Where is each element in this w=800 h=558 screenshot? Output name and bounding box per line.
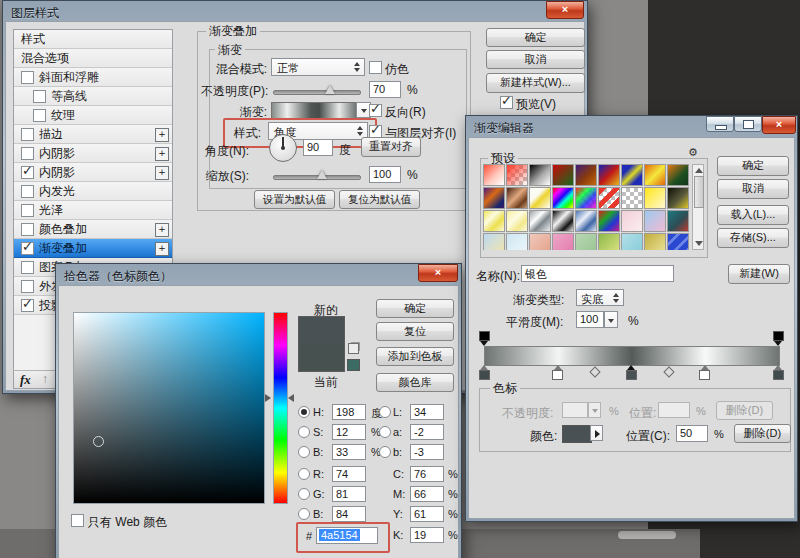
style-checkbox[interactable] <box>21 242 34 255</box>
styles-list-item[interactable]: 等高线 <box>14 87 172 106</box>
hex-input[interactable]: 4a5154 <box>316 527 378 544</box>
styles-list-item[interactable]: 光泽 <box>14 201 172 220</box>
gradient-preset-swatch[interactable] <box>506 233 528 250</box>
field-input[interactable]: -3 <box>410 444 444 460</box>
field-input[interactable]: 84 <box>332 506 366 522</box>
field-input[interactable]: 34 <box>410 404 444 420</box>
reset-align-button[interactable]: 重置对齐 <box>361 137 421 157</box>
field-input[interactable]: 61 <box>410 506 444 522</box>
gradient-type-select[interactable]: 实底 <box>576 289 624 306</box>
color-picker-titlebar[interactable] <box>56 264 461 284</box>
hue-marker-left-icon[interactable] <box>265 394 271 402</box>
color-stop[interactable] <box>626 365 637 380</box>
delete-color-stop-button[interactable]: 删除(D) <box>734 424 791 443</box>
color-field-marker[interactable] <box>93 436 104 447</box>
expand-plus-icon[interactable]: + <box>155 128 169 142</box>
smoothness-input[interactable]: 100 <box>576 311 604 328</box>
field-input[interactable]: 19 <box>410 527 444 543</box>
scrollbar-thumb[interactable] <box>694 176 704 208</box>
fx-icon[interactable]: fx <box>20 372 31 388</box>
color-stop[interactable] <box>552 365 563 380</box>
gradient-preset-swatch[interactable] <box>667 187 689 209</box>
style-checkbox[interactable] <box>21 71 34 84</box>
field-input[interactable]: 81 <box>332 486 366 502</box>
style-checkbox[interactable] <box>21 147 34 160</box>
opacity-input[interactable]: 70 <box>369 81 401 98</box>
gradient-preset-swatch[interactable] <box>575 210 597 232</box>
name-input[interactable]: 银色 <box>521 265 674 282</box>
styles-list-item[interactable]: 渐变叠加+ <box>14 239 172 258</box>
styles-list-item[interactable]: 内发光 <box>14 182 172 201</box>
gradient-preset-swatch[interactable] <box>552 187 574 209</box>
gradient-preset-swatch[interactable] <box>552 164 574 186</box>
color-stop[interactable] <box>773 365 784 380</box>
opacity-slider-thumb[interactable] <box>325 85 335 94</box>
save-button[interactable]: 存储(S)... <box>717 228 789 248</box>
style-checkbox[interactable] <box>21 280 34 293</box>
gradient-preset-swatch[interactable] <box>598 210 620 232</box>
gear-icon[interactable]: ⚙ <box>688 146 698 159</box>
expand-plus-icon[interactable]: + <box>155 147 169 161</box>
minimize-button[interactable] <box>706 116 734 132</box>
opacity-stop[interactable] <box>773 331 784 346</box>
gradient-preset-swatch[interactable] <box>529 233 551 250</box>
gradient-preset-swatch[interactable] <box>621 187 643 209</box>
scroll-up-icon[interactable] <box>695 168 703 173</box>
gradient-preset-swatch[interactable] <box>667 233 689 250</box>
field-input[interactable]: 12 <box>332 424 366 440</box>
style-checkbox[interactable] <box>21 223 34 236</box>
styles-list-item[interactable]: 纹理 <box>14 106 172 125</box>
style-checkbox[interactable] <box>21 128 34 141</box>
set-default-button[interactable]: 设置为默认值 <box>254 190 335 209</box>
angle-dial[interactable] <box>269 134 297 162</box>
stop-color-menu-button[interactable] <box>590 425 603 441</box>
color-libraries-button[interactable]: 颜色库 <box>376 373 454 392</box>
angle-input[interactable]: 90 <box>303 139 333 156</box>
web-only-checkbox[interactable] <box>71 514 84 527</box>
gradient-preset-swatch[interactable] <box>598 233 620 250</box>
scale-input[interactable]: 100 <box>369 166 401 183</box>
gradient-preset-swatch[interactable] <box>598 164 620 186</box>
gradient-preset-swatch[interactable] <box>598 187 620 209</box>
gradient-preset-swatch[interactable] <box>644 233 666 250</box>
ok-button[interactable]: 确定 <box>717 156 789 176</box>
reset-default-button[interactable]: 复位为默认值 <box>339 190 420 209</box>
layer-style-titlebar[interactable] <box>3 1 587 21</box>
style-checkbox[interactable] <box>21 166 34 179</box>
gamut-cube-icon[interactable] <box>348 343 359 354</box>
web-safe-swatch[interactable] <box>347 359 360 371</box>
styles-list-item[interactable]: 斜面和浮雕 <box>14 68 172 87</box>
blend-mode-select[interactable]: 正常 <box>271 58 365 76</box>
color-stop[interactable] <box>479 365 490 380</box>
field-input[interactable]: 76 <box>410 466 444 482</box>
gradient-preset-swatch[interactable] <box>575 187 597 209</box>
style-checkbox[interactable] <box>21 299 34 312</box>
styles-list-item[interactable]: 内阴影+ <box>14 163 172 182</box>
color-field[interactable] <box>73 312 265 504</box>
ok-button[interactable]: 确定 <box>376 299 454 318</box>
gradient-preset-swatch[interactable] <box>552 210 574 232</box>
ok-button[interactable]: 确定 <box>486 28 585 47</box>
field-input[interactable]: 33 <box>332 444 366 460</box>
expand-plus-icon[interactable]: + <box>155 223 169 237</box>
scroll-down-icon[interactable] <box>695 241 703 246</box>
reset-button[interactable]: 复位 <box>376 322 454 341</box>
cancel-button[interactable]: 取消 <box>486 50 585 69</box>
field-input[interactable]: -2 <box>410 424 444 440</box>
cancel-button[interactable]: 取消 <box>717 179 789 199</box>
styles-list-item[interactable]: 混合选项 <box>14 49 172 68</box>
gradient-preset-swatch[interactable] <box>483 210 505 232</box>
field-input[interactable]: 198 <box>332 404 366 420</box>
gradient-preset-swatch[interactable] <box>621 210 643 232</box>
gradient-preset-swatch[interactable] <box>575 164 597 186</box>
gradient-preset-swatch[interactable] <box>552 233 574 250</box>
preview-checkbox[interactable] <box>500 96 513 109</box>
gradient-preset-swatch[interactable] <box>529 187 551 209</box>
gradient-preset-swatch[interactable] <box>483 187 505 209</box>
load-button[interactable]: 载入(L)... <box>717 205 789 225</box>
styles-list-item[interactable]: 内阴影+ <box>14 144 172 163</box>
styles-list-item[interactable]: 样式 <box>14 30 172 49</box>
expand-plus-icon[interactable]: + <box>155 242 169 256</box>
gradient-preset-swatch[interactable] <box>644 210 666 232</box>
opacity-stop[interactable] <box>479 331 490 346</box>
